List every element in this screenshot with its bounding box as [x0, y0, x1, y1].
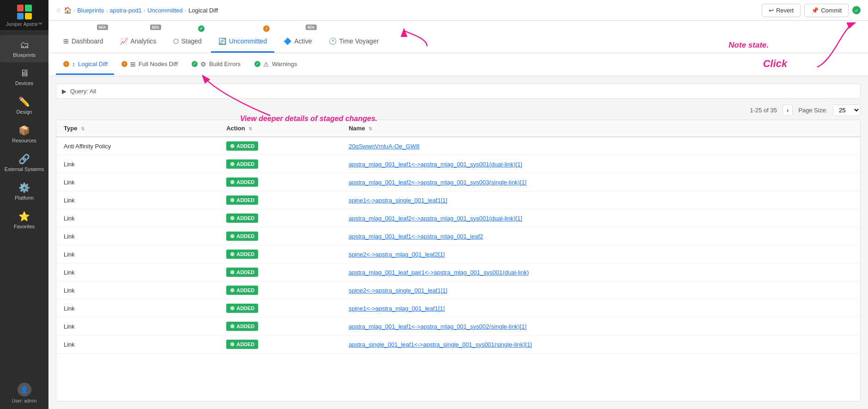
breadcrumb-uncommitted[interactable]: Uncommitted	[147, 7, 183, 14]
sidebar-item-design[interactable]: ✏️ Design	[0, 92, 48, 119]
page-size-label: Page Size:	[798, 107, 827, 114]
breadcrumb-pod[interactable]: apstra-pod1	[110, 7, 142, 14]
sidebar: Juniper Apstra™ 🗂 Blueprints 🖥 Devices ✏…	[0, 0, 48, 409]
sidebar-item-external-systems[interactable]: 🔗 External Systems	[0, 149, 48, 177]
page-size-select[interactable]: 10 25 50 100	[833, 104, 861, 116]
sidebar-item-platform[interactable]: ⚙️ Platform	[0, 177, 48, 205]
cell-name[interactable]: spine2<->apstra_single_001_leaf1[1]	[341, 281, 860, 299]
sub-tab-warnings[interactable]: ✓ ⚠ Warnings	[247, 55, 303, 75]
cell-name[interactable]: apstra_single_001_leaf1<->apstra_single_…	[341, 336, 860, 354]
warnings-label: Warnings	[272, 61, 297, 67]
table-row: Link⊕ ADDEDapstra_mlag_001_leaf2<->apstr…	[56, 173, 860, 191]
query-bar[interactable]: ▶ Query: All	[56, 84, 861, 99]
col-name[interactable]: Name ⇅	[341, 120, 860, 137]
cell-type: Link	[56, 209, 219, 227]
action-badge: ⊕ ADDED	[226, 232, 258, 241]
commit-label: Commit	[821, 7, 842, 14]
star-icon[interactable]: ☆	[56, 6, 62, 14]
logical-diff-label: Logical Diff	[78, 61, 108, 67]
cell-name[interactable]: 20qSwwnVmluA-Oe_GW8	[341, 137, 860, 155]
active-label: Active	[294, 37, 312, 45]
external-systems-icon: 🔗	[18, 153, 30, 165]
action-badge: ⊕ ADDED	[226, 141, 258, 151]
sidebar-label-platform: Platform	[15, 195, 34, 201]
breadcrumb-blueprints[interactable]: Blueprints	[77, 7, 104, 14]
table-row: Link⊕ ADDEDapstra_mlag_001_leaf1<->apstr…	[56, 317, 860, 336]
sidebar-item-devices[interactable]: 🖥 Devices	[0, 63, 48, 91]
cell-type: Link	[56, 227, 219, 245]
sidebar-label-resources: Resources	[12, 138, 36, 143]
active-badge: N/A	[306, 24, 317, 30]
favorites-icon: ⭐	[18, 211, 30, 222]
revert-icon: ↩	[769, 7, 774, 14]
analytics-icon: 📈	[120, 37, 128, 45]
action-badge: ⊕ ADDED	[226, 159, 258, 169]
logo-cell-yellow	[25, 13, 32, 20]
action-badge: ⊕ ADDED	[226, 195, 258, 205]
sidebar-label-design: Design	[16, 109, 32, 115]
platform-icon: ⚙️	[18, 182, 30, 193]
dashboard-badge: N/A	[97, 24, 108, 30]
sidebar-item-blueprints[interactable]: 🗂 Blueprints	[0, 35, 48, 62]
logo-cell-red	[17, 5, 24, 12]
cell-action: ⊕ ADDED	[219, 191, 341, 209]
build-errors-label: Build Errors	[209, 61, 241, 67]
cell-name[interactable]: apstra_mlag_001_leaf2<->apstra_mlag_001_…	[341, 173, 860, 191]
next-page-button[interactable]: ›	[783, 104, 793, 116]
topbar-actions: ↩ Revert 📌 Commit ✓	[762, 4, 861, 17]
cell-action: ⊕ ADDED	[219, 317, 341, 336]
cell-type: Link	[56, 245, 219, 263]
cell-name[interactable]: apstra_mlag_001_leaf2<->apstra_mlag_001_…	[341, 209, 860, 227]
col-type[interactable]: Type ⇅	[56, 120, 219, 137]
home-icon[interactable]: 🏠	[64, 6, 72, 14]
user-info[interactable]: 👤 User: admin	[12, 383, 37, 403]
logo-cell-blue	[17, 13, 24, 20]
cell-name[interactable]: apstra_mlag_001_leaf1<->apstra_mlag_001_…	[341, 227, 860, 245]
revert-button[interactable]: ↩ Revert	[762, 4, 801, 17]
action-badge: ⊕ ADDED	[226, 304, 258, 313]
cell-action: ⊕ ADDED	[219, 173, 341, 191]
sidebar-item-resources[interactable]: 📦 Resources	[0, 120, 48, 148]
logo-grid	[17, 5, 32, 19]
cell-name[interactable]: apstra_mlag_001_leaf1<->apstra_mlag_001_…	[341, 155, 860, 173]
tab-uncommitted[interactable]: ! 🔄 Uncommitted	[211, 24, 274, 53]
uncommitted-badge: !	[263, 25, 270, 32]
revert-label: Revert	[776, 7, 794, 14]
sidebar-item-favorites[interactable]: ⭐ Favorites	[0, 206, 48, 234]
col-action[interactable]: Action ⇅	[219, 120, 341, 137]
main-wrapper: ☆ 🏠 › Blueprints › apstra-pod1 › Uncommi…	[48, 0, 868, 409]
cell-name[interactable]: apstra_mlag_001_leaf1<->apstra_mlag_001_…	[341, 317, 860, 336]
warnings-icon: ⚠	[263, 61, 269, 68]
cell-name[interactable]: spine1<->apstra_mlag_001_leaf1[1]	[341, 299, 860, 317]
cell-action: ⊕ ADDED	[219, 227, 341, 245]
cell-name[interactable]: spine2<->apstra_mlag_001_leaf2[1]	[341, 245, 860, 263]
logical-diff-icon: ↕	[72, 61, 75, 68]
user-avatar: 👤	[18, 383, 31, 397]
cell-type: Link	[56, 281, 219, 299]
tab-time-voyager[interactable]: 🕐 Time Voyager	[321, 24, 386, 53]
table-row: Link⊕ ADDEDspine1<->apstra_single_001_le…	[56, 191, 860, 209]
action-sort-icon: ⇅	[248, 126, 252, 131]
commit-button[interactable]: 📌 Commit	[804, 4, 849, 17]
table-row: Link⊕ ADDEDspine1<->apstra_mlag_001_leaf…	[56, 299, 860, 317]
breadcrumb: ☆ 🏠 › Blueprints › apstra-pod1 › Uncommi…	[56, 6, 218, 14]
tab-staged[interactable]: ✓ ⬡ Staged	[166, 24, 209, 53]
active-icon: 🔷	[283, 37, 291, 45]
cell-action: ⊕ ADDED	[219, 245, 341, 263]
cell-name[interactable]: spine1<->apstra_single_001_leaf1[1]	[341, 191, 860, 209]
action-badge: ⊕ ADDED	[226, 286, 258, 295]
tab-dashboard[interactable]: N/A ⊞ Dashboard	[56, 24, 111, 53]
sub-tab-full-nodes-diff[interactable]: ! ⊞ Full Nodes Diff	[114, 55, 184, 75]
user-label: User: admin	[12, 398, 37, 403]
tab-analytics[interactable]: N/A 📈 Analytics	[113, 24, 164, 53]
cell-action: ⊕ ADDED	[219, 336, 341, 354]
breadcrumb-current: Logical Diff	[188, 7, 218, 14]
tab-active[interactable]: N/A 🔷 Active	[276, 24, 319, 53]
sub-tab-build-errors[interactable]: ✓ ⚙ Build Errors	[184, 55, 247, 75]
sub-tab-logical-diff[interactable]: ! ↕ Logical Diff	[56, 55, 114, 75]
logo-cell-green	[25, 5, 32, 12]
full-nodes-label: Full Nodes Diff	[139, 61, 178, 67]
table-row: Link⊕ ADDEDapstra_mlag_001_leaf1<->apstr…	[56, 155, 860, 173]
time-voyager-icon: 🕐	[329, 37, 337, 45]
cell-name[interactable]: apstra_mlag_001_leaf_pair1<->apstra_mlag…	[341, 263, 860, 281]
